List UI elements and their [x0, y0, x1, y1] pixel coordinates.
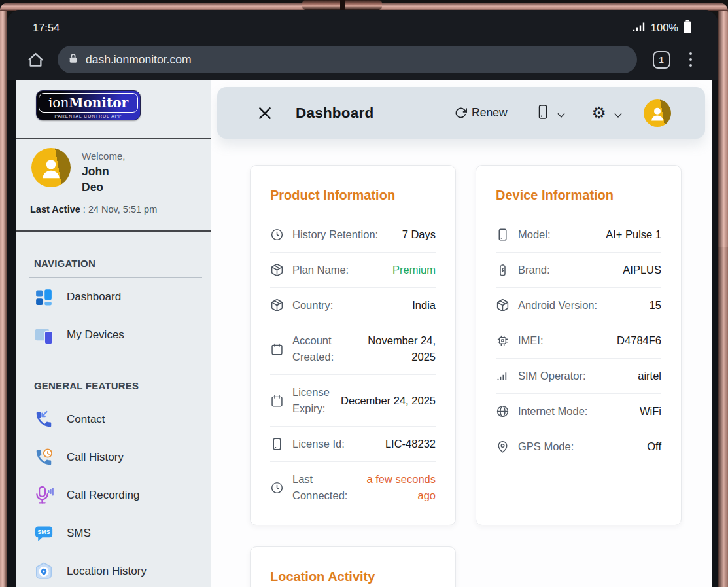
- sidebar-item-location-history[interactable]: Location History: [16, 552, 211, 587]
- user-welcome-block: Welcome, John Deo: [16, 139, 211, 195]
- refresh-icon: [455, 107, 467, 119]
- address-bar[interactable]: dash.ionmonitor.com: [58, 46, 637, 73]
- clock-time: 17:54: [33, 22, 60, 34]
- address-bar-row: dash.ionmonitor.com 1: [7, 46, 718, 73]
- dashboard-content: Product Information History Retention: 7…: [217, 139, 705, 587]
- section-title-navigation: NAVIGATION: [34, 258, 211, 269]
- info-row-plan-name: Plan Name: Premium: [270, 253, 436, 288]
- info-label: Account Created:: [292, 332, 334, 365]
- product-information-card: Product Information History Retention: 7…: [250, 165, 456, 525]
- info-label: Plan Name:: [292, 262, 385, 278]
- contact-icon: [34, 410, 54, 429]
- battery-icon: [683, 20, 692, 36]
- info-row-model: Model: AI+ Pulse 1: [496, 217, 661, 253]
- last-active: Last Active : 24 Nov, 5:51 pm: [30, 204, 211, 215]
- sidebar-item-label: Call History: [67, 451, 124, 464]
- info-row-country: Country: India: [270, 288, 436, 323]
- section-title-general-features: GENERAL FEATURES: [34, 380, 211, 391]
- info-label: History Retention:: [292, 226, 394, 243]
- renew-label: Renew: [472, 106, 507, 120]
- profile-avatar[interactable]: [644, 99, 671, 127]
- logo-wordmark: ionMonitor: [39, 93, 138, 113]
- url-text: dash.ionmonitor.com: [86, 53, 191, 67]
- info-value: Premium: [392, 262, 436, 278]
- phone-hinge: [302, 0, 382, 10]
- battery-percentage: 100%: [651, 22, 678, 34]
- sidebar-item-call-history[interactable]: Call History: [16, 438, 211, 476]
- info-label: Android Version:: [518, 297, 642, 313]
- user-last-name: Deo: [82, 179, 125, 195]
- info-row-last-connected: Last Connected: a few seconds ago: [270, 462, 436, 513]
- cpu-icon: [496, 334, 510, 347]
- info-label: SIM Operator:: [518, 368, 630, 384]
- last-active-value: : 24 Nov, 5:51 pm: [80, 204, 157, 215]
- info-label: IMEI:: [518, 332, 609, 349]
- home-icon[interactable]: [27, 51, 44, 69]
- settings-dropdown[interactable]: ⚙: [592, 105, 623, 121]
- info-row-history-retention: History Retention: 7 Days: [270, 217, 436, 253]
- info-value: 7 Days: [402, 226, 436, 243]
- dashboard-header: Dashboard Renew: [217, 87, 705, 139]
- renew-button[interactable]: Renew: [455, 106, 507, 120]
- sidebar-item-label: Dashboard: [67, 291, 121, 304]
- sidebar-item-sms[interactable]: SMS SMS: [16, 514, 211, 552]
- info-row-license-expiry: License Expiry: December 24, 2025: [270, 375, 436, 427]
- phone-frame-left: [0, 3, 7, 587]
- chevron-down-icon: [614, 110, 623, 116]
- ionmonitor-logo: ionMonitor PARENTAL CONTROL APP: [36, 90, 141, 120]
- phone-icon: [536, 103, 549, 123]
- info-row-account-created: Account Created: November 24, 2025: [270, 323, 436, 375]
- info-label: GPS Mode:: [518, 438, 639, 455]
- device-selector-dropdown[interactable]: [536, 103, 566, 123]
- sidebar: ionMonitor PARENTAL CONTROL APP Welcome,…: [16, 80, 211, 587]
- close-icon[interactable]: [256, 105, 273, 122]
- page-title: Dashboard: [296, 105, 373, 122]
- user-avatar: [31, 148, 71, 187]
- signal-strength-icon: [632, 21, 646, 35]
- info-value: 15: [650, 297, 661, 313]
- sidebar-item-label: Contact: [67, 413, 105, 426]
- lock-icon: [68, 52, 78, 67]
- browser-chrome: 17:54 100%: [7, 10, 718, 80]
- device-information-card: Device Information Model: AI+ Pulse 1 Br…: [476, 165, 682, 525]
- pin-icon: [496, 440, 510, 454]
- sidebar-item-label: Call Recording: [67, 489, 140, 502]
- info-value: a few seconds ago: [355, 471, 436, 504]
- user-first-name: John: [82, 164, 125, 179]
- call-history-icon: [34, 448, 54, 467]
- clock-icon: [270, 228, 285, 241]
- sidebar-item-call-recording[interactable]: Call Recording: [16, 476, 211, 514]
- dashboard-icon: [34, 287, 54, 307]
- phone-frame-right: [718, 3, 728, 587]
- smartphone-icon: [270, 437, 285, 451]
- clock-icon: [270, 481, 285, 495]
- info-label: Internet Mode:: [518, 403, 632, 419]
- info-value: D4784F6: [617, 332, 661, 349]
- info-value: WiFi: [640, 403, 661, 419]
- info-row-brand: Brand: AIPLUS: [496, 253, 661, 288]
- sidebar-item-label: SMS: [67, 527, 91, 540]
- location-activity-card: Location Activity: [250, 546, 456, 587]
- sidebar-item-contact[interactable]: Contact: [16, 400, 211, 438]
- sidebar-item-label: My Devices: [67, 329, 124, 342]
- logo-text-monitor: Monitor: [69, 95, 128, 111]
- info-row-gps-mode: GPS Mode: Off: [496, 429, 661, 464]
- battery-icon: [496, 263, 510, 277]
- last-active-label: Last Active: [30, 204, 80, 215]
- phone-screen: 17:54 100%: [7, 10, 718, 587]
- sidebar-item-dashboard[interactable]: Dashboard: [16, 278, 211, 316]
- tab-switcher-button[interactable]: 1: [653, 51, 670, 69]
- card-title: Location Activity: [270, 569, 436, 584]
- logo-subtitle: PARENTAL CONTROL APP: [37, 114, 140, 118]
- main-content: Dashboard Renew: [211, 80, 712, 587]
- sidebar-item-my-devices[interactable]: My Devices: [16, 316, 211, 354]
- info-value: LIC-48232: [385, 436, 436, 452]
- info-value: Off: [647, 438, 661, 455]
- package-icon: [270, 263, 285, 277]
- gear-icon: ⚙: [592, 105, 606, 121]
- info-label: Country:: [292, 297, 404, 313]
- info-label: License Expiry:: [292, 384, 333, 417]
- devices-icon: [34, 325, 54, 345]
- browser-menu-icon[interactable]: [687, 50, 695, 70]
- info-label: Last Connected:: [292, 471, 347, 504]
